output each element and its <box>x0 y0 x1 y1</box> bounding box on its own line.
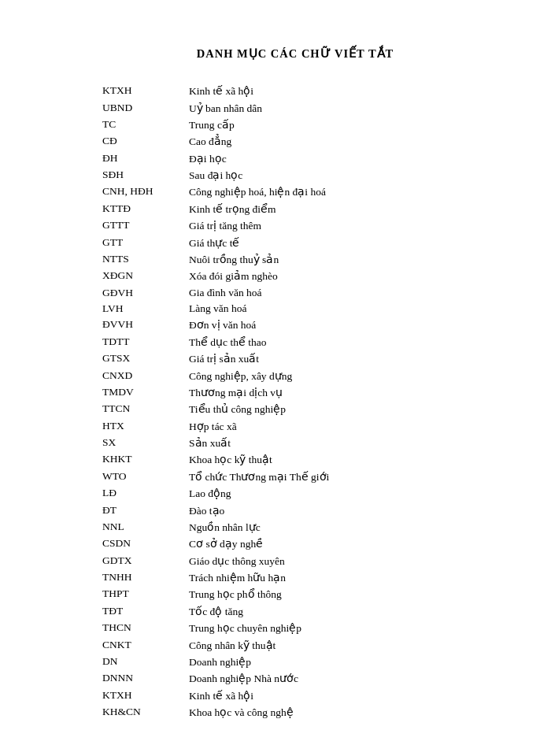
abbreviation-code: XĐGN <box>102 268 189 284</box>
abbreviation-code: CĐ <box>102 133 189 150</box>
abbreviation-full: Sau đại học <box>189 167 488 183</box>
table-row: SXSản xuất <box>102 435 488 451</box>
abbreviation-full: Thể dục thể thao <box>189 334 488 350</box>
abbreviation-full: Trung cấp <box>189 117 488 133</box>
abbreviation-full: Giá trị sản xuất <box>189 350 488 367</box>
abbreviation-full: Công nghiệp hoá, hiện đại hoá <box>189 183 488 200</box>
abbreviation-code: ĐT <box>102 502 189 518</box>
abbreviation-code: LVH <box>102 301 189 317</box>
table-row: WTOTổ chức Thương mại Thế giới <box>102 469 488 485</box>
table-row: ĐHĐại học <box>102 150 488 167</box>
abbreviation-full: Doanh nghiệp <box>189 654 488 670</box>
abbreviation-code: GTT <box>102 234 189 250</box>
table-row: UBNDUỷ ban nhân dân <box>102 99 488 116</box>
abbreviation-code: ĐH <box>102 150 189 167</box>
table-row: DNNNDoanh nghiệp Nhà nước <box>102 670 488 687</box>
table-row: KHKTKhoa học kỹ thuật <box>102 451 488 468</box>
abbreviation-code: GTTT <box>102 217 189 234</box>
abbreviation-code: GDTX <box>102 553 189 569</box>
table-row: NTTSNuôi trồng thuỷ sản <box>102 251 488 268</box>
table-row: TTCNTiểu thủ công nghiệp <box>102 401 488 417</box>
abbreviation-code: SX <box>102 435 189 451</box>
table-row: CĐCao đẳng <box>102 133 488 150</box>
abbreviation-code: DN <box>102 654 189 670</box>
abbreviation-full: Trách nhiệm hữu hạn <box>189 569 488 586</box>
abbreviation-code: TMDV <box>102 384 189 401</box>
abbreviation-code: TNHH <box>102 569 189 586</box>
abbreviation-code: KHKT <box>102 451 189 468</box>
abbreviation-code: DNNN <box>102 670 189 687</box>
table-row: LVHLàng văn hoá <box>102 301 488 317</box>
table-row: LĐLao động <box>102 485 488 502</box>
abbreviation-full: Nguồn nhân lực <box>189 519 488 536</box>
table-row: THPTTrung học phổ thông <box>102 586 488 602</box>
table-row: CNH, HĐHCông nghiệp hoá, hiện đại hoá <box>102 183 488 200</box>
table-row: THCNTrung học chuyên nghiệp <box>102 620 488 636</box>
abbreviation-code: HTX <box>102 418 189 435</box>
abbreviation-full: Khoa học và công nghệ <box>189 704 488 721</box>
table-row: KTXHKinh tế xã hội <box>102 83 488 99</box>
abbreviation-full: Uỷ ban nhân dân <box>189 99 488 116</box>
abbreviation-full: Cơ sở dạy nghề <box>189 536 488 552</box>
abbreviation-full: Giáo dục thông xuyên <box>189 553 488 569</box>
abbreviation-code: TTCN <box>102 401 189 417</box>
abbreviation-full: Kinh tế trọng điểm <box>189 201 488 217</box>
abbreviation-code: TĐT <box>102 603 189 620</box>
abbreviation-code: GTSX <box>102 350 189 367</box>
table-row: TĐTTốc độ tăng <box>102 603 488 620</box>
abbreviation-code: UBND <box>102 99 189 116</box>
abbreviation-full: Giá trị tăng thêm <box>189 217 488 234</box>
abbreviation-full: Sản xuất <box>189 435 488 451</box>
abbreviation-full: Khoa học kỹ thuật <box>189 451 488 468</box>
abbreviation-code: WTO <box>102 469 189 485</box>
abbreviation-full: Tổ chức Thương mại Thế giới <box>189 469 488 485</box>
abbreviation-code: CSDN <box>102 536 189 552</box>
table-row: GĐVHGia đình văn hoá <box>102 285 488 301</box>
abbreviation-full: Kinh tế xã hội <box>189 687 488 704</box>
abbreviation-full: Kinh tế xã hội <box>189 83 488 99</box>
table-row: ĐTĐào tạo <box>102 502 488 518</box>
table-row: DNDoanh nghiệp <box>102 654 488 670</box>
table-row: ĐVVHĐơn vị văn hoá <box>102 317 488 333</box>
abbreviation-code: KH&CN <box>102 704 189 721</box>
abbreviation-code: CNKT <box>102 636 189 653</box>
table-row: CSDNCơ sở dạy nghề <box>102 536 488 552</box>
abbreviation-full: Trung học phổ thông <box>189 586 488 602</box>
abbreviation-full: Giá thực tế <box>189 234 488 250</box>
abbreviation-code: NTTS <box>102 251 189 268</box>
table-row: TDTTThể dục thể thao <box>102 334 488 350</box>
table-row: GTSXGiá trị sản xuất <box>102 350 488 367</box>
abbreviation-full: Doanh nghiệp Nhà nước <box>189 670 488 687</box>
table-row: CNXDCông nghiệp, xây dựng <box>102 367 488 384</box>
table-row: GDTXGiáo dục thông xuyên <box>102 553 488 569</box>
table-row: GTTGiá thực tế <box>102 234 488 250</box>
abbreviation-full: Hợp tác xã <box>189 418 488 435</box>
abbreviation-full: Công nhân kỹ thuật <box>189 636 488 653</box>
abbreviation-code: TDTT <box>102 334 189 350</box>
abbreviation-code: LĐ <box>102 485 189 502</box>
page: DANH MỤC CÁC CHỮ VIẾT TẮT KTXHKinh tế xã… <box>0 0 551 756</box>
abbreviation-code: KTXH <box>102 687 189 704</box>
abbreviation-full: Đại học <box>189 150 488 167</box>
table-row: TCTrung cấp <box>102 117 488 133</box>
abbreviation-full: Làng văn hoá <box>189 301 488 317</box>
table-row: KTTĐKinh tế trọng điểm <box>102 201 488 217</box>
abbreviation-full: Cao đẳng <box>189 133 488 150</box>
abbreviation-full: Tốc độ tăng <box>189 603 488 620</box>
abbreviation-full: Thương mại dịch vụ <box>189 384 488 401</box>
abbreviation-full: Lao động <box>189 485 488 502</box>
abbreviation-code: THCN <box>102 620 189 636</box>
table-row: SĐHSau đại học <box>102 167 488 183</box>
abbreviation-code: NNL <box>102 519 189 536</box>
abbreviation-full: Đơn vị văn hoá <box>189 317 488 333</box>
abbreviation-full: Trung học chuyên nghiệp <box>189 620 488 636</box>
abbreviation-full: Tiểu thủ công nghiệp <box>189 401 488 417</box>
abbreviation-table: KTXHKinh tế xã hộiUBNDUỷ ban nhân dânTCT… <box>102 83 488 721</box>
abbreviation-full: Đào tạo <box>189 502 488 518</box>
abbreviation-code: KTTĐ <box>102 201 189 217</box>
abbreviation-full: Nuôi trồng thuỷ sản <box>189 251 488 268</box>
abbreviation-code: SĐH <box>102 167 189 183</box>
table-row: XĐGNXóa đói giảm nghèo <box>102 268 488 284</box>
table-row: KTXHKinh tế xã hội <box>102 687 488 704</box>
abbreviation-full: Công nghiệp, xây dựng <box>189 367 488 384</box>
